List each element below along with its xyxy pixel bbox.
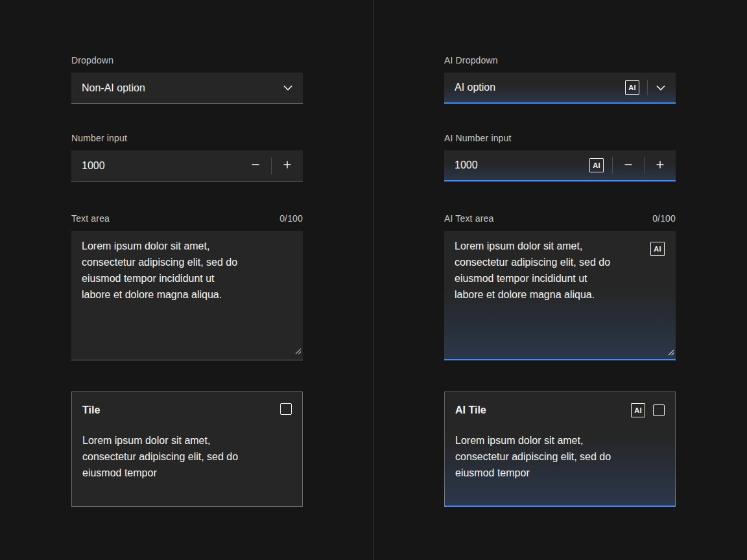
- ai-number-input-value: 1000: [455, 159, 589, 171]
- dropdown-divider: [647, 80, 648, 95]
- ai-text-area-label-row: AI Text area 0/100: [444, 213, 676, 224]
- ai-dropdown-selected-value: AI option: [455, 82, 620, 93]
- column-divider: [374, 0, 374, 560]
- ai-number-input-field[interactable]: 1000 AI: [444, 150, 676, 181]
- tile-body: Lorem ipsum dolor sit amet, consectetur …: [82, 432, 292, 481]
- ai-text-area-label: AI Text area: [444, 213, 493, 224]
- component-showcase: Dropdown Non-AI option Number input 1000: [0, 0, 747, 560]
- decrement-button[interactable]: [240, 150, 271, 181]
- number-input-label: Number input: [71, 132, 303, 144]
- tile-checkbox[interactable]: [280, 403, 292, 415]
- decrement-button[interactable]: [613, 150, 644, 180]
- ai-badge[interactable]: AI: [589, 158, 604, 172]
- ai-number-input-label: AI Number input: [444, 132, 676, 144]
- tile-title: Tile: [82, 402, 292, 418]
- ai-number-input-section: AI Number input 1000 AI: [444, 132, 676, 181]
- text-area-counter: 0/100: [279, 213, 303, 224]
- ai-tile-body: Lorem ipsum dolor sit amet, consectetur …: [455, 432, 665, 481]
- tile-actions: [280, 403, 292, 415]
- plus-icon: [283, 160, 292, 171]
- non-ai-column: Dropdown Non-AI option Number input 1000: [71, 54, 303, 507]
- tile-checkbox[interactable]: [653, 404, 665, 416]
- ai-dropdown-label: AI Dropdown: [444, 54, 676, 66]
- number-input-field[interactable]: 1000: [71, 150, 303, 181]
- ai-dropdown-field[interactable]: AI option AI: [444, 73, 676, 104]
- dropdown-selected-value: Non-AI option: [82, 82, 275, 94]
- dropdown-field[interactable]: Non-AI option: [71, 73, 303, 104]
- minus-icon: [251, 160, 260, 171]
- ai-text-area-section: AI Text area 0/100 Lorem ipsum dolor sit…: [444, 213, 676, 360]
- ai-dropdown-section: AI Dropdown AI option AI: [444, 54, 676, 104]
- resize-handle-icon[interactable]: [294, 345, 302, 357]
- ai-column: AI Dropdown AI option AI AI Number input…: [444, 54, 676, 507]
- ai-tile-actions: AI: [631, 403, 665, 417]
- tile[interactable]: Tile Lorem ipsum dolor sit amet, consect…: [71, 391, 303, 507]
- text-area-section: Text area 0/100 Lorem ipsum dolor sit am…: [71, 213, 303, 360]
- plus-icon: [656, 160, 665, 171]
- chevron-down-icon: [283, 85, 292, 91]
- ai-text-area-wrap: Lorem ipsum dolor sit amet, consectetur …: [444, 231, 676, 360]
- resize-handle-icon[interactable]: [667, 347, 674, 358]
- ai-text-area-counter: 0/100: [652, 213, 676, 224]
- text-area-label-row: Text area 0/100: [71, 213, 303, 224]
- ai-badge[interactable]: AI: [650, 242, 665, 256]
- ai-tile[interactable]: AI Tile Lorem ipsum dolor sit amet, cons…: [444, 391, 676, 507]
- chevron-down-icon: [656, 85, 665, 91]
- dropdown-label: Dropdown: [71, 54, 303, 66]
- number-input-value: 1000: [82, 160, 240, 172]
- minus-icon: [624, 160, 633, 171]
- text-area-label: Text area: [71, 213, 110, 224]
- number-input-section: Number input 1000: [71, 132, 303, 181]
- ai-badge[interactable]: AI: [631, 403, 645, 417]
- increment-button[interactable]: [645, 150, 676, 180]
- ai-text-area-field[interactable]: Lorem ipsum dolor sit amet, consectetur …: [444, 231, 676, 360]
- dropdown-section: Dropdown Non-AI option: [71, 54, 303, 104]
- ai-badge[interactable]: AI: [625, 80, 639, 95]
- text-area-field[interactable]: Lorem ipsum dolor sit amet, consectetur …: [71, 231, 303, 360]
- increment-button[interactable]: [272, 150, 303, 181]
